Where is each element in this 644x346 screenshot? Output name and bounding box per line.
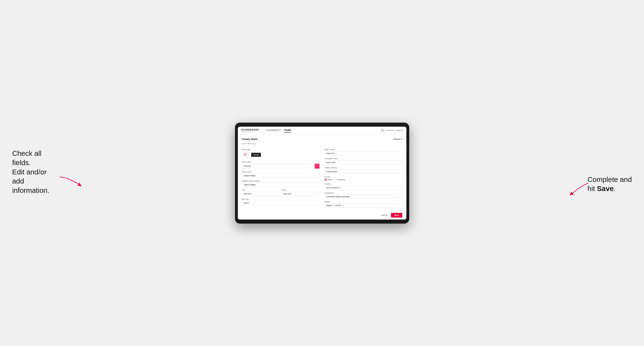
left-arrow — [58, 175, 82, 187]
gender-womens-radio[interactable] — [335, 178, 337, 181]
page-title: Create Team — [242, 138, 258, 141]
right-annotation: Complete andhit Save. — [588, 175, 632, 193]
region-group: Region Region II - (M) DIII ✕ ⌄ — [324, 201, 402, 207]
logo-sub: Powered by clippi — [241, 131, 259, 132]
cancel-footer-button[interactable]: Cancel — [380, 213, 389, 217]
conference-label: Conference — [324, 192, 402, 194]
page-content: Create Team Cancel ✕ TEAM DETAILS Team l… — [238, 134, 406, 211]
gender-womens-option[interactable]: Womens — [335, 178, 345, 181]
cancel-top-button[interactable]: Cancel ✕ — [393, 138, 402, 140]
region-select[interactable]: Region II - (M) DIII ✕ ⌄ — [324, 203, 402, 207]
gender-womens-label: Womens — [338, 179, 345, 181]
cancel-x-icon: ✕ — [401, 138, 402, 140]
user-avatar: T — [380, 128, 384, 132]
nav-links: TOURNAMENTS TEAMS — [265, 128, 376, 133]
team-name-input[interactable] — [242, 173, 320, 178]
color-swatch[interactable] — [314, 164, 320, 169]
state-select-actions: ✕ ⌄ — [314, 193, 320, 195]
navbar: SCOREBOARD Powered by clippi TOURNAMENTS… — [238, 127, 406, 134]
gender-label: Gender — [324, 176, 402, 178]
team-colour-label: Team colour — [242, 161, 320, 163]
athletic-director-input[interactable] — [324, 169, 402, 174]
team-colour-input[interactable] — [242, 164, 314, 168]
city-input[interactable] — [242, 192, 280, 196]
division-select[interactable]: NCAA Division III ⌄ — [324, 185, 402, 190]
upload-button[interactable]: Upload — [251, 153, 261, 157]
head-coach-group: Head Coach — [324, 149, 402, 156]
team-colour-group: Team colour — [242, 161, 320, 169]
city-group: City — [242, 189, 280, 196]
display-name-label: Display name (unique) — [242, 180, 320, 182]
team-name-label: Team name — [242, 171, 320, 173]
gender-mens-radio[interactable] — [324, 178, 327, 181]
form-footer: Cancel Save — [238, 211, 406, 219]
color-input-row — [242, 164, 320, 169]
tablet-screen: SCOREBOARD Powered by clippi TOURNAMENTS… — [238, 127, 406, 219]
athletic-director-label: Athletic Director — [324, 167, 402, 169]
zip-label: Zip code — [242, 198, 320, 200]
state-clear-button[interactable]: ✕ — [314, 193, 317, 195]
team-logo-circle: C — [242, 151, 249, 159]
state-input[interactable] — [282, 192, 314, 196]
logo-area: SCOREBOARD Powered by clippi — [241, 129, 259, 132]
conference-chevron-icon: ⌄ — [399, 196, 400, 198]
head-coach-label: Head Coach — [324, 149, 402, 151]
gender-group: Gender Mens Womens — [324, 176, 402, 181]
display-name-group: Display name (unique) — [242, 180, 320, 187]
zip-group: Zip code — [242, 198, 320, 205]
gender-mens-label: Mens — [328, 179, 332, 181]
team-logo-group: Team logo C Upload — [242, 149, 320, 159]
city-label: City — [242, 189, 280, 191]
tablet-device: SCOREBOARD Powered by clippi TOURNAMENTS… — [235, 123, 409, 224]
gender-radio-group: Mens Womens — [324, 178, 402, 181]
section-label: TEAM DETAILS — [242, 143, 402, 146]
conference-value: University Athletic Association — [326, 196, 350, 198]
gender-mens-option[interactable]: Mens — [324, 178, 332, 181]
division-group: Division NCAA Division III ⌄ — [324, 183, 402, 190]
nav-right: T Test User | Sign out — [380, 128, 403, 132]
division-chevron-icon: ⌄ — [399, 187, 400, 189]
assistant-coach-label: Assistant Coach — [324, 158, 402, 160]
nav-teams[interactable]: TEAMS — [284, 128, 291, 133]
save-button[interactable]: Save — [391, 213, 402, 217]
form-left: Team logo C Upload Team colour — [242, 149, 320, 207]
region-clear-button[interactable]: ✕ — [396, 204, 398, 206]
form-grid: Team logo C Upload Team colour — [242, 149, 402, 207]
region-chevron-icon: ⌄ — [399, 204, 400, 206]
left-annotation: Check all fields.Edit and/or addinformat… — [12, 149, 59, 195]
conference-actions: ✕ ⌄ — [396, 196, 400, 198]
region-actions: ✕ ⌄ — [396, 204, 400, 206]
assistant-coach-input[interactable] — [324, 160, 402, 165]
sign-out-link[interactable]: Sign out — [396, 129, 403, 131]
user-name: Test User | — [386, 129, 395, 131]
form-right: Head Coach Assistant Coach Athletic Dire… — [324, 149, 402, 207]
city-state-row: City State ✕ ⌄ — [242, 189, 320, 196]
team-logo-label: Team logo — [242, 149, 320, 151]
team-logo-letter: C — [244, 153, 247, 157]
nav-tournaments[interactable]: TOURNAMENTS — [265, 128, 281, 133]
logo-upload-area: C Upload — [242, 151, 320, 159]
right-arrow — [570, 181, 590, 195]
state-group: State ✕ ⌄ — [282, 189, 320, 196]
state-chevron-icon: ⌄ — [317, 193, 319, 195]
state-select-wrapper[interactable]: ✕ ⌄ — [282, 192, 320, 196]
page-title-bar: Create Team Cancel ✕ — [242, 138, 402, 141]
assistant-coach-group: Assistant Coach — [324, 158, 402, 165]
city-state-group: City State ✕ ⌄ — [242, 189, 320, 196]
region-value: Region II - (M) DIII — [326, 204, 341, 206]
head-coach-input[interactable] — [324, 151, 402, 156]
division-value: NCAA Division III — [326, 187, 340, 189]
athletic-director-group: Athletic Director — [324, 167, 402, 174]
division-label: Division — [324, 183, 402, 185]
display-name-input[interactable] — [242, 182, 320, 187]
conference-select[interactable]: University Athletic Association ✕ ⌄ — [324, 195, 402, 199]
logo-text: SCOREBOARD — [241, 129, 259, 131]
conference-clear-button[interactable]: ✕ — [396, 196, 398, 198]
zip-input[interactable] — [242, 201, 320, 205]
region-label: Region — [324, 201, 402, 203]
state-label: State — [282, 189, 320, 191]
conference-group: Conference University Athletic Associati… — [324, 192, 402, 199]
team-name-group: Team name — [242, 171, 320, 178]
